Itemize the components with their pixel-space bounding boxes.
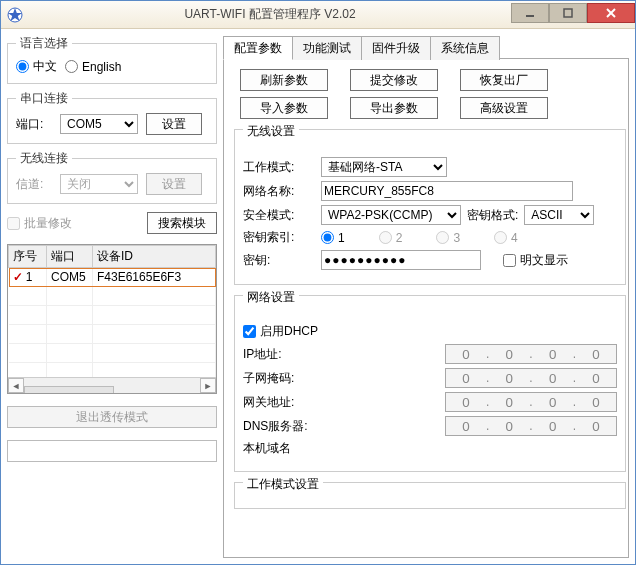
key4-option: 4 bbox=[494, 231, 518, 245]
dhcp-option[interactable]: 启用DHCP bbox=[243, 323, 318, 340]
workmode-legend: 工作模式设置 bbox=[243, 476, 323, 493]
tab-content: 刷新参数 提交修改 恢复出厂 导入参数 导出参数 高级设置 无线设置 工作模式:… bbox=[223, 59, 629, 558]
ip-input: ... bbox=[445, 344, 617, 364]
wireless-legend: 无线连接 bbox=[16, 150, 72, 167]
mode-select[interactable]: 基础网络-STA bbox=[321, 157, 447, 177]
right-panel: 配置参数 功能测试 固件升级 系统信息 刷新参数 提交修改 恢复出厂 导入参数 … bbox=[223, 35, 629, 558]
table-hscroll[interactable]: ◄ ► bbox=[8, 377, 216, 393]
factory-button[interactable]: 恢复出厂 bbox=[460, 69, 548, 91]
wifi-settings-group: 无线设置 工作模式: 基础网络-STA 网络名称: 安全模式: WPA2-PSK… bbox=[234, 129, 626, 285]
col-port[interactable]: 端口 bbox=[47, 246, 93, 268]
pwd-input[interactable] bbox=[321, 250, 481, 270]
submit-button[interactable]: 提交修改 bbox=[350, 69, 438, 91]
workmode-group: 工作模式设置 bbox=[234, 482, 626, 509]
wifi-set-button: 设置 bbox=[146, 173, 202, 195]
import-button[interactable]: 导入参数 bbox=[240, 97, 328, 119]
search-module-button[interactable]: 搜索模块 bbox=[147, 212, 217, 234]
host-label: 本机域名 bbox=[243, 440, 315, 457]
key2-option: 2 bbox=[379, 231, 403, 245]
mask-input: ... bbox=[445, 368, 617, 388]
window-title: UART-WIFI 配置管理程序 V2.02 bbox=[29, 6, 511, 23]
gw-label: 网关地址: bbox=[243, 394, 315, 411]
lang-cn-radio[interactable] bbox=[16, 60, 29, 73]
plaintext-option[interactable]: 明文显示 bbox=[503, 252, 568, 269]
table-row[interactable]: ✓ 1 COM5 F43E6165E6F3 bbox=[9, 268, 216, 287]
wireless-group: 无线连接 信道: 关闭 设置 bbox=[7, 150, 217, 204]
dns-label: DNS服务器: bbox=[243, 418, 315, 435]
titlebar: UART-WIFI 配置管理程序 V2.02 bbox=[1, 1, 635, 29]
maximize-button[interactable] bbox=[549, 3, 587, 23]
col-devid[interactable]: 设备ID bbox=[93, 246, 216, 268]
svg-rect-2 bbox=[564, 9, 572, 17]
ssid-label: 网络名称: bbox=[243, 183, 315, 200]
gw-input: ... bbox=[445, 392, 617, 412]
serial-group: 串口连接 端口: COM5 设置 bbox=[7, 90, 217, 144]
pwd-label: 密钥: bbox=[243, 252, 315, 269]
batch-checkbox bbox=[7, 217, 20, 230]
tab-firmware[interactable]: 固件升级 bbox=[361, 36, 431, 60]
mask-label: 子网掩码: bbox=[243, 370, 315, 387]
lang-en-option[interactable]: English bbox=[65, 60, 121, 74]
net-settings-group: 网络设置 启用DHCP IP地址: ... 子网掩码: ... 网关地址: . bbox=[234, 295, 626, 472]
dns-input: ... bbox=[445, 416, 617, 436]
ip-label: IP地址: bbox=[243, 346, 315, 363]
plaintext-checkbox[interactable] bbox=[503, 254, 516, 267]
language-legend: 语言选择 bbox=[16, 35, 72, 52]
mode-label: 工作模式: bbox=[243, 159, 315, 176]
export-button[interactable]: 导出参数 bbox=[350, 97, 438, 119]
close-button[interactable] bbox=[587, 3, 635, 23]
channel-label: 信道: bbox=[16, 176, 52, 193]
check-icon: ✓ bbox=[13, 270, 23, 284]
status-box bbox=[7, 440, 217, 462]
tab-test[interactable]: 功能测试 bbox=[292, 36, 362, 60]
keyidx-label: 密钥索引: bbox=[243, 229, 315, 246]
dhcp-checkbox[interactable] bbox=[243, 325, 256, 338]
channel-select: 关闭 bbox=[60, 174, 138, 194]
serial-set-button[interactable]: 设置 bbox=[146, 113, 202, 135]
batch-option[interactable]: 批量修改 bbox=[7, 215, 72, 232]
net-legend: 网络设置 bbox=[243, 289, 299, 306]
keyfmt-label: 密钥格式: bbox=[467, 207, 518, 224]
app-window: UART-WIFI 配置管理程序 V2.02 语言选择 中文 English 串… bbox=[0, 0, 636, 565]
scroll-left-icon[interactable]: ◄ bbox=[8, 378, 24, 393]
lang-en-radio[interactable] bbox=[65, 60, 78, 73]
col-index[interactable]: 序号 bbox=[9, 246, 47, 268]
device-table[interactable]: 序号 端口 设备ID ✓ 1 COM5 F43E6165E6F3 bbox=[7, 244, 217, 394]
advanced-button[interactable]: 高级设置 bbox=[460, 97, 548, 119]
window-controls bbox=[511, 7, 635, 23]
serial-legend: 串口连接 bbox=[16, 90, 72, 107]
left-panel: 语言选择 中文 English 串口连接 端口: COM5 设置 无线连接 信道… bbox=[7, 35, 217, 558]
tab-config[interactable]: 配置参数 bbox=[223, 36, 293, 60]
scroll-right-icon[interactable]: ► bbox=[200, 378, 216, 393]
keyfmt-select[interactable]: ASCII bbox=[524, 205, 594, 225]
language-group: 语言选择 中文 English bbox=[7, 35, 217, 84]
sec-select[interactable]: WPA2-PSK(CCMP) bbox=[321, 205, 461, 225]
wifi-legend: 无线设置 bbox=[243, 123, 299, 140]
refresh-button[interactable]: 刷新参数 bbox=[240, 69, 328, 91]
sec-label: 安全模式: bbox=[243, 207, 315, 224]
key3-option: 3 bbox=[436, 231, 460, 245]
port-select[interactable]: COM5 bbox=[60, 114, 138, 134]
app-icon bbox=[7, 7, 23, 23]
port-label: 端口: bbox=[16, 116, 52, 133]
scroll-thumb[interactable] bbox=[24, 386, 114, 395]
ssid-input[interactable] bbox=[321, 181, 573, 201]
key1-option[interactable]: 1 bbox=[321, 231, 345, 245]
lang-cn-option[interactable]: 中文 bbox=[16, 58, 57, 75]
tab-sysinfo[interactable]: 系统信息 bbox=[430, 36, 500, 60]
minimize-button[interactable] bbox=[511, 3, 549, 23]
exit-transparent-button: 退出透传模式 bbox=[7, 406, 217, 428]
tab-bar: 配置参数 功能测试 固件升级 系统信息 bbox=[223, 35, 629, 59]
